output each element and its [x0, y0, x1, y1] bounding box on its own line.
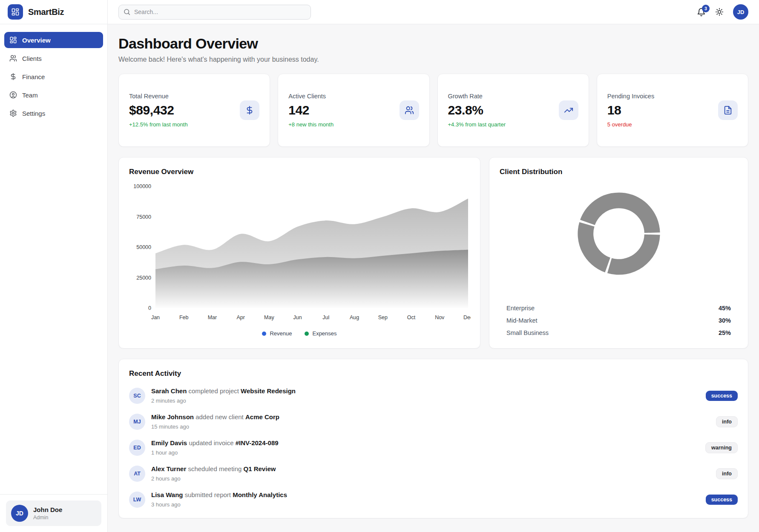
- avatar: AT: [129, 466, 145, 482]
- activity-row: LWLisa Wang submitted report Monthly Ana…: [129, 491, 738, 508]
- activity-timestamp: 1 hour ago: [151, 449, 279, 456]
- activity-action: completed project: [189, 387, 239, 395]
- stat-value: 18: [607, 103, 654, 117]
- activity-user: Alex Turner: [151, 465, 186, 472]
- current-user-card[interactable]: JD John Doe Admin: [6, 501, 101, 526]
- topbar: 3 JD: [108, 0, 759, 24]
- segment-label: Enterprise: [506, 305, 535, 312]
- sidebar-item-overview[interactable]: Overview: [4, 32, 103, 48]
- page-content: Dashboard Overview Welcome back! Here's …: [108, 24, 759, 518]
- theme-toggle-button[interactable]: [715, 8, 724, 16]
- activity-body: Emily Davis updated invoice #INV-2024-08…: [151, 439, 279, 456]
- activity-row: ATAlex Turner scheduled meeting Q1 Revie…: [129, 465, 738, 482]
- donut-legend-row: Enterprise 45%: [506, 305, 731, 312]
- donut-chart-canvas: [574, 189, 664, 278]
- legend-dot-icon: [262, 332, 266, 336]
- sidebar: SmartBiz Overview Clients Finance Team: [0, 0, 108, 532]
- activity-object: Website Redesign: [241, 387, 296, 395]
- stat-card-growth-rate: Growth Rate 23.8% +4.3% from last quarte…: [437, 74, 589, 147]
- x-axis-label: Dec: [463, 315, 471, 320]
- sidebar-item-team[interactable]: Team: [4, 87, 103, 103]
- y-axis-tick: 25000: [136, 275, 151, 281]
- stat-label: Active Clients: [288, 93, 334, 100]
- stat-label: Growth Rate: [448, 93, 506, 100]
- activity-timestamp: 3 hours ago: [151, 501, 287, 508]
- status-badge: info: [716, 468, 738, 479]
- search-input[interactable]: [118, 5, 311, 20]
- stat-label: Pending Invoices: [607, 93, 654, 100]
- donut-legend: Enterprise 45% Mid-Market 30% Small Busi…: [500, 305, 738, 338]
- donut-segment-small-business[interactable]: [578, 222, 610, 272]
- revenue-overview-card: Revenue Overview 0250005000075000100000J…: [118, 157, 480, 349]
- activity-object: #INV-2024-089: [236, 439, 279, 446]
- donut-chart[interactable]: [500, 189, 738, 278]
- sidebar-item-label: Finance: [22, 73, 45, 80]
- search-box: [118, 5, 311, 20]
- section-title: Recent Activity: [129, 369, 738, 378]
- stat-value: 142: [288, 103, 334, 117]
- x-axis-label: Feb: [179, 315, 189, 320]
- main-area: 3 JD Dashboard Overview Welcome back! He…: [108, 0, 759, 532]
- stat-delta: +4.3% from last quarter: [448, 121, 506, 128]
- users-icon: [400, 100, 419, 120]
- stat-delta: +12.5% from last month: [129, 121, 188, 128]
- avatar: LW: [129, 492, 145, 508]
- app-logo: SmartBiz: [0, 0, 107, 24]
- donut-legend-row: Mid-Market 30%: [506, 317, 731, 324]
- stat-delta: 5 overdue: [607, 121, 654, 128]
- activity-object: Acme Corp: [245, 413, 279, 420]
- client-distribution-card: Client Distribution Enterprise 45% Mid-M…: [489, 157, 748, 349]
- trending-up-icon: [559, 100, 578, 120]
- activity-user: Emily Davis: [151, 439, 187, 446]
- donut-segment-mid-market[interactable]: [607, 235, 660, 275]
- segment-value: 45%: [719, 305, 731, 312]
- y-axis-tick: 75000: [136, 214, 151, 220]
- user-avatar: JD: [11, 505, 28, 522]
- x-axis-label: Aug: [350, 315, 359, 320]
- topbar-actions: 3 JD: [697, 4, 748, 20]
- avatar: SC: [129, 388, 145, 404]
- charts-row: Revenue Overview 0250005000075000100000J…: [118, 157, 748, 349]
- stats-row: Total Revenue $89,432 +12.5% from last m…: [118, 74, 748, 147]
- activity-timestamp: 2 minutes ago: [151, 398, 296, 404]
- chart-title: Client Distribution: [500, 168, 738, 176]
- activity-row: MJMike Johnson added new client Acme Cor…: [129, 413, 738, 430]
- avatar: ED: [129, 440, 145, 456]
- legend-label: Expenses: [312, 330, 336, 337]
- activity-action: added new client: [196, 413, 244, 420]
- sidebar-item-clients[interactable]: Clients: [4, 50, 103, 66]
- chart-legend: RevenueExpenses: [129, 330, 470, 337]
- activity-user: Mike Johnson: [151, 413, 194, 420]
- dollar-icon: [240, 100, 259, 120]
- activity-user: Lisa Wang: [151, 491, 183, 498]
- dashboard-icon: [9, 36, 17, 44]
- app-logo-icon: [8, 4, 23, 20]
- x-axis-label: Sep: [378, 315, 388, 320]
- chart-title: Revenue Overview: [129, 168, 470, 176]
- x-axis-label: May: [264, 315, 274, 320]
- sidebar-item-settings[interactable]: Settings: [4, 105, 103, 121]
- area-chart[interactable]: 0250005000075000100000JanFebMarAprMayJun…: [129, 180, 470, 327]
- activity-object: Monthly Analytics: [233, 491, 287, 498]
- legend-item[interactable]: Revenue: [262, 330, 292, 337]
- segment-value: 30%: [719, 317, 731, 324]
- dollar-icon: [9, 73, 17, 80]
- status-badge: success: [706, 391, 738, 401]
- status-badge: success: [706, 495, 738, 505]
- profile-avatar[interactable]: JD: [733, 4, 748, 20]
- segment-value: 25%: [719, 329, 731, 336]
- gear-icon: [9, 109, 17, 117]
- notifications-button[interactable]: 3: [697, 8, 706, 17]
- user-name: John Doe: [33, 506, 62, 513]
- activity-body: Sarah Chen completed project Website Red…: [151, 387, 296, 404]
- activity-body: Lisa Wang submitted report Monthly Analy…: [151, 491, 287, 508]
- activity-row: EDEmily Davis updated invoice #INV-2024-…: [129, 439, 738, 456]
- sidebar-item-finance[interactable]: Finance: [4, 69, 103, 85]
- x-axis-label: Nov: [435, 315, 445, 320]
- avatar: MJ: [129, 414, 145, 430]
- activity-timestamp: 2 hours ago: [151, 475, 276, 482]
- segment-label: Small Business: [506, 329, 549, 336]
- activity-timestamp: 15 minutes ago: [151, 423, 279, 430]
- legend-item[interactable]: Expenses: [305, 330, 336, 337]
- page-subtitle: Welcome back! Here's what's happening wi…: [118, 56, 748, 63]
